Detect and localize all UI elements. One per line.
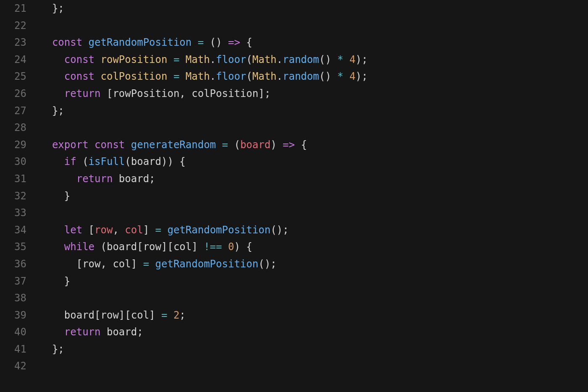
- line-number: 35: [0, 238, 26, 256]
- token-var: board: [240, 139, 270, 151]
- line-number: 27: [0, 102, 26, 120]
- code-content[interactable]: }; const getRandomPosition = () => { con…: [40, 0, 588, 375]
- token-op: =: [173, 71, 179, 82]
- token-plain: [344, 71, 349, 82]
- token-fn: getRandomPosition: [168, 224, 271, 236]
- token-plain: ): [270, 139, 283, 151]
- token-kw: return: [64, 326, 101, 338]
- code-line[interactable]: while (board[row][col] !== 0) {: [40, 238, 588, 256]
- token-plain: .: [210, 71, 216, 82]
- token-plain: [179, 54, 185, 65]
- code-line[interactable]: board[row][col] = 2;: [40, 307, 588, 324]
- token-plain: [167, 309, 173, 321]
- token-plain: [149, 258, 155, 270]
- code-line[interactable]: const getRandomPosition = () => {: [40, 34, 588, 51]
- line-number: 33: [0, 204, 26, 222]
- token-plain: .: [210, 54, 216, 65]
- code-line[interactable]: };: [40, 0, 588, 17]
- token-plain: [40, 241, 64, 253]
- token-plain: [94, 54, 100, 65]
- line-number: 41: [0, 341, 26, 358]
- token-op: =: [143, 258, 149, 270]
- token-plain: [125, 139, 131, 151]
- code-line[interactable]: return [rowPosition, colPosition];: [40, 85, 588, 102]
- token-kw: let: [64, 224, 82, 236]
- token-op: =: [222, 139, 228, 151]
- token-plain: .: [277, 54, 283, 65]
- token-plain: (: [246, 54, 252, 65]
- line-number-gutter: 2122232425262728293031323334353637383940…: [0, 0, 40, 375]
- code-line[interactable]: [40, 290, 588, 307]
- token-plain: [192, 37, 197, 48]
- line-number: 34: [0, 222, 26, 239]
- token-plain: [222, 241, 228, 253]
- token-kw: return: [76, 173, 113, 185]
- line-number: 22: [0, 17, 26, 34]
- token-plain: [179, 71, 185, 82]
- token-plain: (: [76, 156, 89, 167]
- token-plain: [rowPosition, colPosition];: [101, 88, 271, 99]
- token-plain: [40, 224, 64, 236]
- code-line[interactable]: }: [40, 273, 588, 290]
- code-line[interactable]: return board;: [40, 324, 588, 341]
- code-line[interactable]: export const generateRandom = (board) =>…: [40, 136, 588, 154]
- code-line[interactable]: if (isFull(board)) {: [40, 153, 588, 170]
- token-fn: generateRandom: [131, 139, 216, 151]
- token-plain: [82, 37, 88, 48]
- code-line[interactable]: [40, 17, 588, 34]
- code-line[interactable]: [row, col] = getRandomPosition();: [40, 256, 588, 273]
- token-plain: [: [82, 224, 94, 236]
- code-line[interactable]: }: [40, 188, 588, 205]
- token-op: =: [155, 224, 161, 236]
- token-plain: [40, 173, 76, 185]
- token-kw: const: [52, 37, 82, 48]
- line-number: 37: [0, 273, 26, 290]
- token-kw: while: [64, 241, 94, 253]
- line-number: 28: [0, 119, 26, 136]
- token-plain: [40, 139, 52, 151]
- token-plain: ();: [258, 258, 276, 270]
- token-plain: }: [40, 275, 70, 287]
- token-op: =: [173, 54, 179, 65]
- token-plain: board;: [101, 326, 143, 338]
- token-plain: ) {: [234, 241, 252, 253]
- token-kw: const: [94, 139, 125, 151]
- token-method: random: [283, 71, 319, 82]
- token-plain: (: [246, 71, 252, 82]
- code-line[interactable]: return board;: [40, 170, 588, 188]
- token-const-name: rowPosition: [101, 54, 168, 65]
- token-plain: [167, 54, 173, 65]
- token-plain: [216, 139, 222, 151]
- code-line[interactable]: const colPosition = Math.floor(Math.rand…: [40, 68, 588, 85]
- token-fn: isFull: [89, 156, 125, 167]
- code-line[interactable]: [40, 119, 588, 136]
- code-editor[interactable]: 2122232425262728293031323334353637383940…: [0, 0, 588, 375]
- code-line[interactable]: [40, 204, 588, 222]
- token-plain: };: [40, 3, 64, 14]
- line-number: 21: [0, 0, 26, 17]
- token-op: !==: [204, 241, 222, 253]
- line-number: 42: [0, 358, 26, 375]
- token-plain: ();: [270, 224, 289, 236]
- token-plain: board;: [113, 173, 155, 185]
- token-obj: Math: [186, 71, 210, 82]
- code-line[interactable]: const rowPosition = Math.floor(Math.rand…: [40, 51, 588, 68]
- token-plain: ,: [113, 224, 125, 236]
- token-plain: board[row][col]: [40, 309, 161, 321]
- token-const-name: colPosition: [101, 71, 168, 82]
- code-line[interactable]: [40, 358, 588, 375]
- token-plain: [40, 71, 64, 82]
- token-fn: getRandomPosition: [89, 37, 192, 48]
- token-kw: if: [64, 156, 76, 167]
- token-op: =: [198, 37, 204, 48]
- token-kw: =>: [283, 139, 295, 151]
- code-line[interactable]: };: [40, 102, 588, 120]
- token-plain: ;: [179, 309, 185, 321]
- code-line[interactable]: };: [40, 341, 588, 358]
- token-num: 0: [228, 241, 234, 253]
- token-plain: (): [319, 54, 337, 65]
- line-number: 32: [0, 188, 26, 205]
- code-line[interactable]: let [row, col] = getRandomPosition();: [40, 222, 588, 239]
- token-plain: (board[row][col]: [94, 241, 204, 253]
- token-op: *: [337, 54, 343, 65]
